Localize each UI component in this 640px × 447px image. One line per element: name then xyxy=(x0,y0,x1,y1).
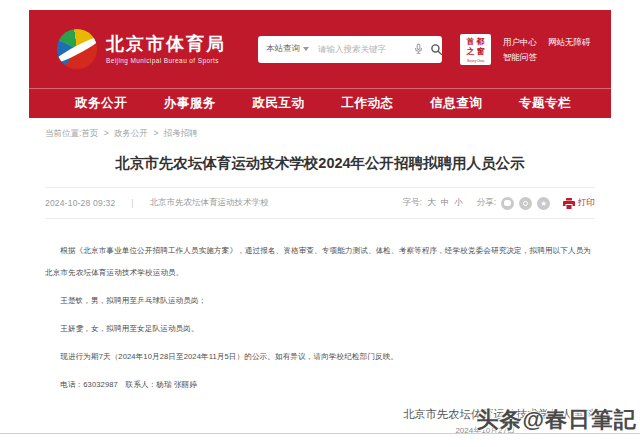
star-icon: ★ xyxy=(540,197,547,210)
user-center-link[interactable]: 用户中心 xyxy=(503,35,537,50)
page-container: 北京市体育局 Beijing Municipal Bureau of Sport… xyxy=(29,10,611,437)
search-icon[interactable] xyxy=(430,43,443,56)
nav-item-gov-disclosure[interactable]: 政务公开 xyxy=(75,95,127,112)
site-title-english: Beijing Municipal Bureau of Sports xyxy=(106,57,226,64)
font-size-label: 字号: xyxy=(403,197,422,209)
share-wechat-button[interactable] xyxy=(501,197,514,210)
search-actions xyxy=(414,43,443,56)
breadcrumb-label: 当前位置: xyxy=(45,128,81,138)
brand-text: 北京市体育局 Beijing Municipal Bureau of Sport… xyxy=(106,34,226,64)
header-corner: 首 都 之 窗 Beijing·China 用户中心 网站无障碍 智能问答 xyxy=(460,34,591,65)
chevron-down-icon xyxy=(303,47,309,51)
breadcrumb-separator: > xyxy=(153,128,158,138)
seal-char: 都 xyxy=(477,37,485,47)
accessibility-link[interactable]: 网站无障碍 xyxy=(548,35,591,50)
search-scope-select[interactable]: 本站查询 xyxy=(266,43,309,55)
page-title: 北京市先农坛体育运动技术学校2024年公开招聘拟聘用人员公示 xyxy=(59,153,581,173)
print-button[interactable]: 打印 xyxy=(563,197,595,209)
seal-char: 窗 xyxy=(477,47,485,57)
seal-char: 首 xyxy=(467,37,475,47)
search-input[interactable] xyxy=(318,44,414,54)
nav-item-special-topics[interactable]: 专题专栏 xyxy=(519,95,571,112)
publish-timestamp: 2024-10-28 09:32 xyxy=(45,198,115,208)
site-logo-block[interactable]: 北京市体育局 Beijing Municipal Bureau of Sport… xyxy=(57,29,226,69)
breadcrumb: 当前位置:首页 > 政务公开 > 招考招聘 xyxy=(45,126,595,140)
font-size-medium-button[interactable]: 中 xyxy=(441,197,450,209)
article-meta-left: 2024-10-28 09:32 | 北京市先农坛体育运动技术学校 xyxy=(45,197,269,209)
toutiao-watermark: 头条@春日筆記 xyxy=(477,405,637,435)
smart-qa-link[interactable]: 智能问答 xyxy=(503,50,537,65)
weibo-icon xyxy=(523,201,528,206)
print-label: 打印 xyxy=(578,197,595,209)
header-links: 用户中心 网站无障碍 智能问答 xyxy=(503,35,591,65)
share-label: 分享: xyxy=(477,197,496,209)
main-nav: 政务公开 办事服务 政民互动 工作动态 信息查询 专题专栏 xyxy=(29,88,611,118)
article-body: 根据《北京市事业单位公开招聘工作人员实施方案》，通过报名、资格审查、专项能力测试… xyxy=(29,219,611,396)
font-size-small-button[interactable]: 小 xyxy=(454,197,463,209)
meta-pipe-divider: | xyxy=(131,198,133,208)
breadcrumb-recruitment[interactable]: 招考招聘 xyxy=(164,128,198,138)
nav-item-interaction[interactable]: 政民互动 xyxy=(253,95,305,112)
site-header: 北京市体育局 Beijing Municipal Bureau of Sport… xyxy=(29,10,611,88)
site-title: 北京市体育局 xyxy=(106,34,226,54)
nav-item-info-query[interactable]: 信息查询 xyxy=(430,95,482,112)
capital-window-seal-icon[interactable]: 首 都 之 窗 Beijing·China xyxy=(460,34,491,65)
search-bar: 本站查询 xyxy=(258,36,442,63)
article-source: 北京市先农坛体育运动技术学校 xyxy=(150,197,269,209)
wechat-icon xyxy=(504,200,511,206)
microphone-icon[interactable] xyxy=(414,43,423,55)
nav-item-services[interactable]: 办事服务 xyxy=(164,95,216,112)
content-area: 当前位置:首页 > 政务公开 > 招考招聘 北京市先农坛体育运动技术学校2024… xyxy=(29,118,611,437)
article-paragraph: 电话：63032987 联系人：杨瑞 张丽婷 xyxy=(45,374,595,396)
article-meta-bar: 2024-10-28 09:32 | 北京市先农坛体育运动技术学校 字号: 大 … xyxy=(45,188,595,218)
article-meta-right: 字号: 大 中 小 分享: ★ xyxy=(403,197,595,210)
share-weibo-button[interactable] xyxy=(519,197,532,210)
article-paragraph: 王楚钦，男，拟聘用至乒乓球队运动员岗； xyxy=(45,290,595,312)
breadcrumb-gov-disclosure[interactable]: 政务公开 xyxy=(114,128,148,138)
share-favorite-button[interactable]: ★ xyxy=(537,197,550,210)
article-sign-date: 2024年10月27日 xyxy=(29,425,515,437)
nav-item-work-updates[interactable]: 工作动态 xyxy=(341,95,393,112)
article-paragraph: 现进行为期7天（2024年10月28日至2024年11月5日）的公示。如有异议，… xyxy=(45,346,595,368)
article-paragraph: 根据《北京市事业单位公开招聘工作人员实施方案》，通过报名、资格审查、专项能力测试… xyxy=(45,240,595,284)
breadcrumb-home[interactable]: 首页 xyxy=(81,128,98,138)
font-size-large-button[interactable]: 大 xyxy=(427,197,436,209)
search-scope-label: 本站查询 xyxy=(266,43,300,55)
printer-icon xyxy=(563,198,575,209)
article-paragraph: 王妍雯，女，拟聘用至女足队运动员岗。 xyxy=(45,318,595,340)
breadcrumb-separator: > xyxy=(104,128,109,138)
bureau-logo-icon xyxy=(57,29,97,69)
seal-char: 之 xyxy=(467,47,475,57)
seal-caption: Beijing·China xyxy=(467,59,484,63)
font-size-switch: 大 中 小 xyxy=(427,197,463,209)
